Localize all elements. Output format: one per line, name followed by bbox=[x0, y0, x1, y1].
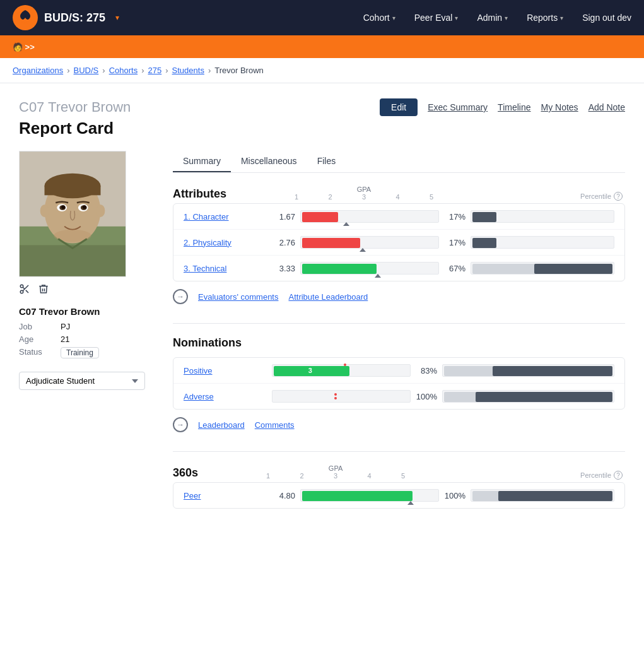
attr-physicality-link[interactable]: 2. Physicality bbox=[184, 238, 272, 247]
attribute-row-physicality: 2. Physicality 2.76 17% bbox=[173, 230, 624, 256]
threesixty-peer-pct: 100% bbox=[439, 491, 471, 500]
threesixty-percentile-label: Percentile bbox=[580, 471, 611, 479]
exec-summary-link[interactable]: Exec Summary bbox=[428, 102, 488, 112]
breadcrumb-students[interactable]: Students bbox=[172, 66, 204, 75]
page-title: Report Card bbox=[19, 119, 625, 138]
breadcrumb-sep-3: › bbox=[141, 66, 144, 75]
peer-eval-chevron-icon: ▾ bbox=[455, 15, 458, 21]
attributes-title: Attributes bbox=[173, 187, 226, 201]
edit-button[interactable]: Edit bbox=[380, 98, 418, 116]
orange-nav-button[interactable]: 🧑 >> bbox=[13, 42, 35, 52]
page-name: C07 Trevor Brown bbox=[19, 99, 131, 115]
gpa-label: GPA bbox=[357, 186, 371, 193]
nomination-adverse-pct: 100% bbox=[411, 392, 442, 401]
brand[interactable]: BUD/S: 275 ▾ bbox=[13, 5, 119, 30]
svg-point-18 bbox=[20, 290, 23, 293]
attr-technical-pct: 67% bbox=[439, 264, 471, 273]
attr-technical-pct-bar bbox=[471, 262, 614, 275]
tab-summary[interactable]: Summary bbox=[173, 151, 231, 172]
nomination-adverse-link[interactable]: Adverse bbox=[184, 392, 272, 401]
job-row: Job PJ bbox=[19, 322, 158, 331]
attr-physicality-bar bbox=[300, 236, 439, 249]
attr-physicality-marker-icon bbox=[360, 248, 366, 252]
threesixty-peer-marker-icon bbox=[407, 501, 414, 505]
nominations-arrow-icon[interactable]: → bbox=[173, 417, 188, 432]
student-photo bbox=[19, 151, 126, 277]
nav-reports[interactable]: Reports ▾ bbox=[527, 13, 563, 23]
nominations-card: Positive 3 83% Ad bbox=[173, 357, 625, 410]
attr-character-pct-bar bbox=[471, 210, 614, 223]
attribute-leaderboard-link[interactable]: Attribute Leaderboard bbox=[288, 292, 368, 302]
breadcrumb-cohorts[interactable]: Cohorts bbox=[109, 66, 138, 75]
signout-link[interactable]: Sign out dev bbox=[582, 13, 631, 23]
orange-bar: 🧑 >> bbox=[0, 35, 644, 58]
timeline-link[interactable]: Timeline bbox=[498, 102, 530, 112]
tab-miscellaneous[interactable]: Miscellaneous bbox=[231, 151, 307, 172]
threesixty-title: 360s bbox=[173, 466, 198, 480]
svg-point-9 bbox=[97, 204, 105, 217]
my-notes-link[interactable]: My Notes bbox=[541, 102, 578, 112]
attr-technical-score: 3.33 bbox=[272, 264, 300, 273]
threesixty-peer-bar-fill bbox=[302, 491, 413, 501]
status-badge: Training bbox=[61, 347, 99, 358]
nomination-adverse-dot-icon bbox=[334, 393, 337, 396]
nomination-positive-pct-bar bbox=[442, 364, 614, 377]
attrs-arrow-icon[interactable]: → bbox=[173, 289, 188, 304]
breadcrumb-275[interactable]: 275 bbox=[148, 66, 162, 75]
add-note-link[interactable]: Add Note bbox=[588, 102, 625, 112]
threesixty-question-icon[interactable]: ? bbox=[614, 471, 623, 480]
breadcrumb-sep-2: › bbox=[102, 66, 105, 75]
brand-title: BUD/S: 275 bbox=[44, 11, 105, 25]
threesixty-row-peer: Peer 4.80 100% bbox=[173, 483, 624, 508]
attribute-row-technical: 3. Technical 3.33 67% bbox=[173, 256, 624, 281]
evaluators-comments-link[interactable]: Evaluators' comments bbox=[198, 292, 278, 302]
nomination-positive-count: 3 bbox=[308, 367, 312, 374]
cohort-chevron-icon: ▾ bbox=[392, 15, 395, 21]
brand-chevron-icon[interactable]: ▾ bbox=[115, 13, 119, 22]
tab-bar: Summary Miscellaneous Files bbox=[173, 151, 625, 173]
nav-cohort[interactable]: Cohort ▾ bbox=[363, 13, 395, 23]
threesixty-peer-link[interactable]: Peer bbox=[184, 491, 272, 500]
age-label: Age bbox=[19, 334, 50, 344]
svg-line-20 bbox=[26, 290, 28, 293]
age-row: Age 21 bbox=[19, 334, 158, 344]
threesixty-peer-pct-bar bbox=[471, 489, 614, 502]
tab-files[interactable]: Files bbox=[307, 151, 346, 172]
percentile-question-icon[interactable]: ? bbox=[614, 192, 623, 201]
breadcrumb-sep-4: › bbox=[165, 66, 168, 75]
nominations-comments-link[interactable]: Comments bbox=[255, 420, 295, 430]
nomination-positive-bar: 3 bbox=[272, 364, 411, 377]
breadcrumb-organizations[interactable]: Organizations bbox=[13, 66, 63, 75]
breadcrumb-sep-5: › bbox=[208, 66, 211, 75]
nav-admin[interactable]: Admin ▾ bbox=[477, 13, 508, 23]
nomination-adverse-pct-bar bbox=[442, 390, 614, 403]
nav-peer-eval[interactable]: Peer Eval ▾ bbox=[414, 13, 459, 23]
threesixty-card: Peer 4.80 100% bbox=[173, 482, 625, 509]
attr-technical-bar bbox=[300, 262, 439, 275]
breadcrumb: Organizations › BUD/S › Cohorts › 275 › … bbox=[0, 58, 644, 83]
trash-icon[interactable] bbox=[38, 283, 49, 297]
navbar-nav: Cohort ▾ Peer Eval ▾ Admin ▾ Reports ▾ S… bbox=[363, 13, 631, 23]
threesixty-ticks: 1 2 3 4 5 bbox=[266, 472, 405, 480]
breadcrumb-buds[interactable]: BUD/S bbox=[74, 66, 99, 75]
attr-physicality-bar-fill bbox=[302, 238, 360, 248]
attributes-section: Attributes GPA 1 2 3 4 5 Percentile bbox=[173, 186, 625, 304]
svg-point-15 bbox=[83, 205, 86, 209]
nomination-row-adverse: Adverse 100% bbox=[173, 384, 624, 409]
attr-character-link[interactable]: 1. Character bbox=[184, 212, 272, 222]
nomination-positive-link[interactable]: Positive bbox=[184, 366, 272, 375]
job-label: Job bbox=[19, 322, 50, 331]
main-content: C07 Trevor Brown Edit Exec Summary Timel… bbox=[0, 83, 644, 650]
adjudicate-select[interactable]: Adjudicate Student bbox=[19, 372, 145, 390]
attr-character-bar-fill bbox=[302, 212, 338, 222]
job-value: PJ bbox=[61, 322, 70, 331]
nominations-leaderboard-link[interactable]: Leaderboard bbox=[198, 420, 245, 430]
scissors-icon[interactable] bbox=[19, 283, 30, 297]
attr-character-pct-fill bbox=[472, 212, 496, 222]
svg-point-17 bbox=[20, 285, 23, 288]
attr-technical-pct-fill-dark bbox=[534, 264, 612, 274]
threesixty-section: 360s GPA 1 2 3 4 5 Percentile ? bbox=[173, 464, 625, 509]
admin-chevron-icon: ▾ bbox=[505, 15, 508, 21]
attr-technical-link[interactable]: 3. Technical bbox=[184, 264, 272, 273]
nominations-links: → Leaderboard Comments bbox=[173, 417, 625, 432]
